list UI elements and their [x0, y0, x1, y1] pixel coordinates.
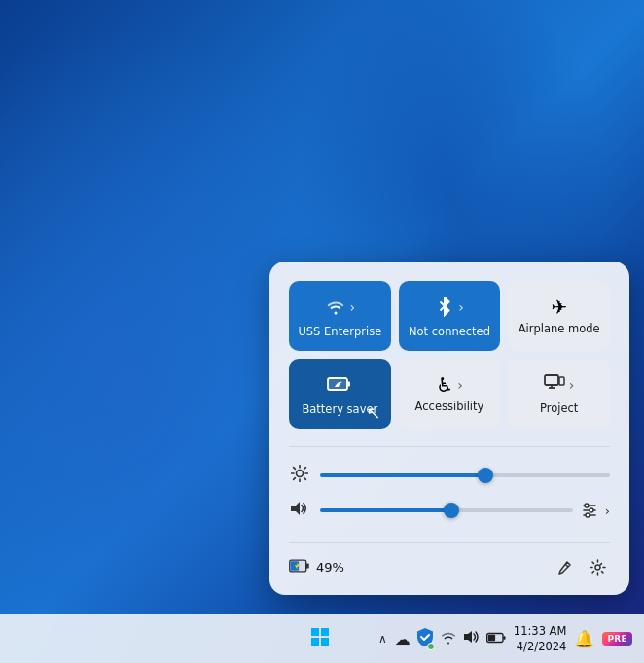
wifi-icon: [325, 296, 346, 320]
clock-date: 4/2/2024: [514, 639, 567, 654]
svg-rect-26: [306, 563, 309, 568]
quick-tiles-grid: › USS Enterprise › Not connected: [289, 281, 610, 429]
notification-bell[interactable]: 🔔: [574, 629, 594, 648]
svg-rect-33: [321, 638, 329, 646]
project-icon: [544, 374, 565, 397]
pre-badge[interactable]: PRE: [602, 632, 632, 646]
project-label: Project: [540, 402, 578, 416]
accessibility-icon: ♿: [436, 375, 453, 395]
sliders-section: ›: [289, 461, 610, 529]
svg-rect-7: [559, 377, 564, 385]
accessibility-tile[interactable]: ♿ › Accessibility: [399, 359, 501, 429]
bluetooth-arrow: ›: [458, 299, 464, 315]
taskbar-center-icons: [306, 623, 338, 654]
wifi-tile[interactable]: › USS Enterprise: [289, 281, 391, 351]
defender-icon[interactable]: [416, 627, 434, 650]
svg-point-8: [297, 471, 304, 477]
volume-icon: [289, 500, 310, 521]
svg-rect-31: [321, 628, 329, 636]
wifi-arrow: ›: [350, 299, 356, 315]
airplane-tile[interactable]: ✈ Airplane mode: [508, 281, 610, 351]
bluetooth-label: Not connected: [409, 326, 490, 339]
divider-1: [289, 446, 610, 447]
svg-point-29: [595, 565, 600, 570]
tray-battery-icon[interactable]: [486, 630, 506, 648]
volume-settings-area[interactable]: ›: [583, 503, 610, 518]
volume-slider[interactable]: [320, 501, 573, 520]
brightness-row: [289, 465, 610, 486]
battery-saver-icon: [327, 373, 352, 398]
clock-time: 11:33 AM: [514, 623, 567, 639]
svg-rect-36: [488, 634, 495, 640]
svg-line-13: [294, 468, 296, 470]
wifi-label: USS Enterprise: [298, 326, 381, 339]
svg-line-15: [304, 468, 306, 470]
project-tile[interactable]: › Project: [508, 359, 610, 429]
brightness-slider[interactable]: [320, 466, 610, 485]
svg-point-21: [585, 504, 589, 507]
svg-line-16: [294, 478, 296, 480]
battery-info: 49%: [289, 558, 344, 577]
brightness-icon: [289, 465, 310, 486]
svg-rect-37: [503, 636, 505, 640]
svg-point-23: [586, 513, 590, 517]
edit-button[interactable]: [553, 556, 576, 579]
svg-point-22: [590, 508, 593, 512]
project-arrow: ›: [569, 377, 575, 393]
taskbar: ∧ ☁: [0, 614, 644, 663]
svg-rect-4: [545, 375, 558, 385]
battery-saver-label: Battery saver: [302, 403, 377, 417]
airplane-label: Airplane mode: [519, 323, 600, 336]
system-tray: ∧ ☁: [376, 627, 506, 650]
battery-saver-tile[interactable]: Battery saver ↖: [289, 359, 391, 429]
onedrive-icon[interactable]: ☁: [395, 630, 411, 648]
tray-volume-icon[interactable]: [463, 629, 481, 648]
brightness-fill: [320, 473, 485, 477]
quick-settings-panel: › USS Enterprise › Not connected: [269, 262, 629, 595]
airplane-icon: ✈: [551, 297, 567, 317]
tray-overflow-button[interactable]: ∧: [376, 630, 389, 647]
svg-rect-32: [311, 638, 319, 646]
start-button[interactable]: [306, 623, 334, 654]
svg-marker-17: [291, 502, 300, 515]
volume-row: ›: [289, 500, 610, 521]
svg-rect-30: [311, 628, 319, 636]
brightness-thumb[interactable]: [478, 468, 493, 483]
taskbar-right: ∧ ☁: [376, 623, 632, 654]
bluetooth-tile[interactable]: › Not connected: [399, 281, 501, 351]
quick-settings-footer: 49%: [289, 542, 610, 579]
bluetooth-icon: [435, 296, 454, 320]
svg-rect-3: [347, 381, 350, 386]
accessibility-label: Accessibility: [415, 401, 484, 414]
battery-percent: 49%: [316, 560, 344, 575]
settings-button[interactable]: [586, 555, 610, 579]
volume-fill: [320, 508, 451, 512]
defender-status-dot: [427, 643, 435, 650]
system-clock[interactable]: 11:33 AM 4/2/2024: [514, 623, 567, 654]
tray-wifi-icon[interactable]: [440, 629, 457, 648]
battery-charging-icon: [289, 558, 310, 577]
volume-thumb[interactable]: [444, 503, 459, 518]
svg-line-28: [565, 564, 568, 567]
accessibility-arrow: ›: [457, 377, 463, 393]
svg-marker-34: [464, 631, 472, 643]
svg-line-14: [304, 478, 306, 480]
footer-actions: [553, 555, 610, 579]
